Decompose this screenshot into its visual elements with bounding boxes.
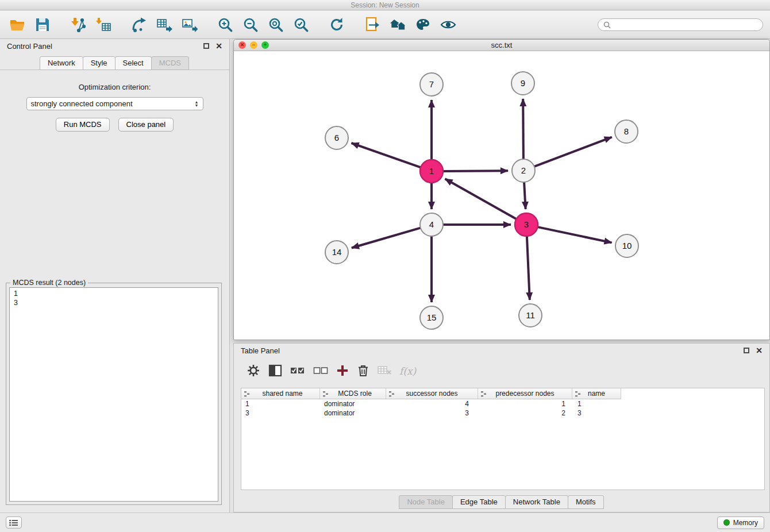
column-header-predecessor-nodes[interactable]: predecessor nodes <box>478 388 572 399</box>
graph-edge-2-3[interactable] <box>524 182 526 209</box>
graph-edge-4-14[interactable] <box>352 228 421 248</box>
file-group <box>7 14 53 35</box>
export-network-icon <box>131 17 147 33</box>
float-panel-icon[interactable] <box>203 43 209 49</box>
mcds-result-list[interactable]: 1 3 <box>9 287 218 502</box>
save-floppy-icon <box>34 17 51 33</box>
cell-predecessor-nodes[interactable]: 1 <box>478 399 572 408</box>
create-column-button[interactable] <box>336 364 349 379</box>
tab-select[interactable]: Select <box>115 56 152 70</box>
cell-mcds-role[interactable]: dominator <box>320 408 386 418</box>
search-icon <box>603 21 611 29</box>
main-toolbar <box>0 11 770 39</box>
table-row[interactable]: 1 dominator 4 1 1 <box>241 399 764 408</box>
show-hide-details-button[interactable] <box>438 14 459 35</box>
export-image-icon <box>182 17 198 33</box>
apply-style-button[interactable] <box>413 14 433 35</box>
cell-successor-nodes[interactable]: 4 <box>386 399 478 408</box>
graph-edge-1-2[interactable] <box>443 171 508 171</box>
tab-edge-table[interactable]: Edge Table <box>452 495 506 509</box>
graph-node-label-2: 2 <box>521 165 526 175</box>
network-window-titlebar[interactable]: scc.txt ✕ − + <box>234 40 769 51</box>
deselect-all-columns-button[interactable] <box>313 366 328 377</box>
graph-edge-3-10[interactable] <box>538 227 612 242</box>
status-bar: Memory <box>0 512 770 532</box>
plus-icon <box>336 364 349 377</box>
document-network-icon <box>364 17 380 33</box>
close-panel-icon[interactable]: ✕ <box>215 43 222 49</box>
export-group <box>129 14 200 35</box>
cell-predecessor-nodes[interactable]: 2 <box>478 408 572 418</box>
result-item[interactable]: 1 <box>10 289 218 298</box>
tab-network-table[interactable]: Network Table <box>505 495 568 509</box>
network-from-selection-button[interactable] <box>362 14 383 35</box>
zoom-selected-button[interactable] <box>291 14 311 35</box>
column-header-name[interactable]: name <box>572 388 621 399</box>
export-image-button[interactable] <box>179 14 200 35</box>
column-label: predecessor nodes <box>495 390 554 398</box>
toolbar-search[interactable] <box>598 18 763 31</box>
close-panel-button[interactable]: Close panel <box>118 118 174 132</box>
column-header-mcds-role[interactable]: MCDS role <box>320 388 386 399</box>
memory-button[interactable]: Memory <box>717 516 764 529</box>
window-minimize-button[interactable]: − <box>250 41 257 49</box>
tab-motifs[interactable]: Motifs <box>568 495 604 509</box>
tab-style[interactable]: Style <box>83 56 116 70</box>
float-table-panel-icon[interactable] <box>744 348 749 353</box>
select-all-columns-button[interactable] <box>290 366 305 377</box>
export-network-button[interactable] <box>129 14 149 35</box>
cell-shared-name[interactable]: 1 <box>241 399 320 408</box>
zoom-group <box>215 14 311 35</box>
cell-shared-name[interactable]: 3 <box>241 408 320 418</box>
open-session-button[interactable] <box>7 14 28 35</box>
refresh-layout-button[interactable] <box>326 14 347 35</box>
import-network-button[interactable] <box>68 14 88 35</box>
refresh-group <box>326 14 347 35</box>
search-input[interactable] <box>614 21 757 29</box>
graph-edge-1-6[interactable] <box>352 143 421 167</box>
first-neighbors-button[interactable] <box>387 14 408 35</box>
node-table[interactable]: shared name MCDS role successor nodes pr… <box>241 388 765 490</box>
import-group <box>68 14 114 35</box>
result-item[interactable]: 3 <box>10 298 218 307</box>
cell-mcds-role[interactable]: dominator <box>320 399 386 408</box>
window-close-button[interactable]: ✕ <box>238 41 246 49</box>
cell-successor-nodes[interactable]: 3 <box>386 408 478 418</box>
table-row[interactable]: 3 dominator 3 2 3 <box>241 408 764 418</box>
list-icon <box>9 519 18 526</box>
network-graph[interactable]: 7968124314101511 <box>234 51 769 340</box>
import-network-icon <box>70 17 86 33</box>
graph-node-label-1: 1 <box>429 166 434 176</box>
network-canvas[interactable]: 7968124314101511 <box>234 51 769 340</box>
network-window: scc.txt ✕ − + 7968124314101511 <box>233 39 770 340</box>
delete-column-button[interactable] <box>357 364 369 379</box>
close-table-panel-icon[interactable]: ✕ <box>756 348 763 353</box>
column-header-successor-nodes[interactable]: successor nodes <box>386 388 478 399</box>
criterion-select[interactable]: strongly connected component ▲▼ <box>26 97 203 110</box>
graph-edge-2-8[interactable] <box>534 137 612 167</box>
graph-edge-2-9[interactable] <box>523 99 523 159</box>
zoom-in-button[interactable] <box>215 14 236 35</box>
cell-name[interactable]: 1 <box>572 399 621 408</box>
tab-mcds[interactable]: MCDS <box>151 56 189 70</box>
tab-network[interactable]: Network <box>40 56 83 70</box>
status-menu-button[interactable] <box>6 516 22 529</box>
export-table-button[interactable] <box>154 14 175 35</box>
export-table-icon <box>156 17 172 33</box>
table-settings-button[interactable] <box>247 364 260 379</box>
misc-group <box>362 14 459 35</box>
graph-edge-3-11[interactable] <box>527 236 530 300</box>
run-mcds-button[interactable]: Run MCDS <box>56 118 110 132</box>
eye-icon <box>440 17 456 33</box>
save-session-button[interactable] <box>32 14 53 35</box>
import-table-button[interactable] <box>93 14 114 35</box>
zoom-fit-button[interactable] <box>265 14 286 35</box>
cell-name[interactable]: 3 <box>572 408 621 418</box>
zoom-out-button[interactable] <box>240 14 261 35</box>
show-columns-button[interactable] <box>268 364 282 379</box>
graph-edge-3-1[interactable] <box>445 179 517 219</box>
window-zoom-button[interactable]: + <box>261 41 269 49</box>
tab-node-table[interactable]: Node Table <box>399 495 453 509</box>
column-header-shared-name[interactable]: shared name <box>241 388 320 399</box>
columns-icon <box>268 364 282 377</box>
